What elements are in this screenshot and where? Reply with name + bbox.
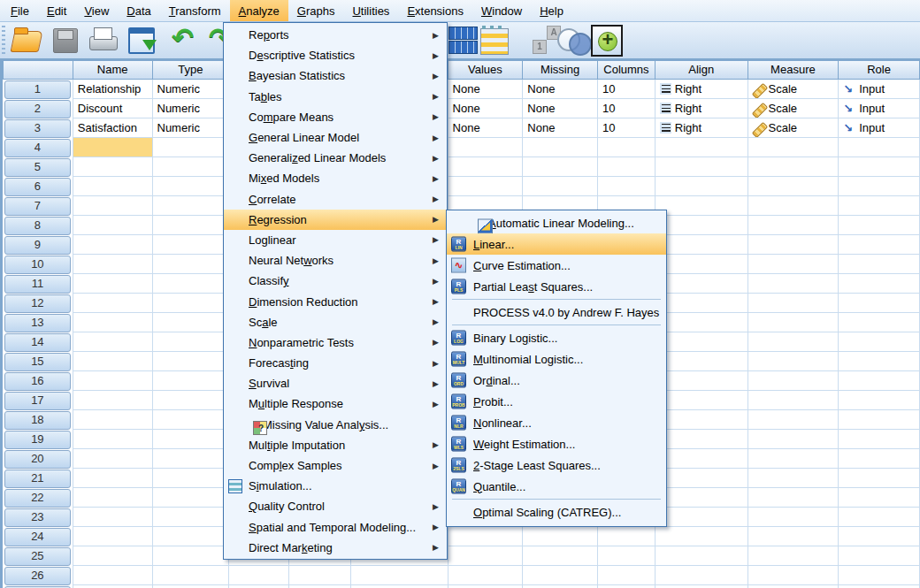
row-header-cell[interactable]: 14 [3, 332, 73, 352]
cell-measure[interactable] [748, 410, 840, 430]
cell-align[interactable] [656, 138, 748, 157]
menu-item-simulation[interactable]: Simulation... [224, 476, 447, 496]
cell-name[interactable] [73, 469, 153, 488]
cell-role[interactable] [839, 235, 920, 255]
menubar-item-view[interactable]: View [75, 0, 118, 21]
row-header-cell[interactable]: 8 [3, 216, 73, 235]
cell-columns[interactable] [598, 138, 656, 157]
row-header-cell[interactable]: 19 [3, 430, 73, 449]
row-header-cell[interactable]: 18 [3, 410, 73, 430]
use-sets-icon[interactable] [557, 26, 589, 56]
cell-columns[interactable] [598, 157, 656, 177]
cell-type[interactable] [153, 177, 230, 196]
cell-role[interactable] [839, 313, 920, 332]
cell-align[interactable] [656, 216, 748, 235]
cell-align[interactable] [656, 410, 748, 430]
menu-item-forecasting[interactable]: Forecasting [224, 353, 447, 373]
menu-item-neural-networks[interactable]: Neural Networks [224, 250, 447, 271]
cell-align[interactable]: Right [656, 118, 748, 138]
cell-measure[interactable] [748, 391, 840, 410]
cell-type[interactable] [153, 138, 230, 157]
cell-name[interactable]: Satisfaction [73, 118, 153, 138]
cell-role[interactable] [839, 508, 920, 527]
cell-values[interactable] [448, 157, 524, 177]
cell-measure[interactable] [748, 255, 840, 274]
cell-measure[interactable] [748, 294, 840, 313]
cell-type[interactable] [153, 313, 230, 332]
menu-item-reports[interactable]: Reports [224, 25, 447, 45]
cell-align[interactable]: Right [656, 99, 748, 118]
cell-type[interactable] [153, 449, 230, 469]
cell-name[interactable] [73, 313, 153, 332]
menubar-item-edit[interactable]: Edit [38, 0, 75, 21]
cell-align[interactable] [656, 469, 748, 488]
cell-name[interactable] [73, 508, 153, 527]
cell-role[interactable] [839, 449, 920, 469]
cell-role[interactable] [839, 410, 920, 430]
cell-type[interactable] [153, 508, 230, 527]
menu-item-classify[interactable]: Classify [224, 271, 447, 291]
row-header-cell[interactable]: 24 [3, 527, 73, 546]
cell-measure[interactable] [748, 566, 840, 585]
cell-values[interactable]: None [448, 99, 524, 118]
cell-measure[interactable] [748, 371, 840, 391]
row-header-cell[interactable]: 9 [3, 235, 73, 255]
cell-columns[interactable] [598, 566, 656, 585]
row-header-cell[interactable]: 5 [3, 157, 73, 177]
cell-measure[interactable] [748, 274, 840, 294]
menu-item-optimal-scaling-catreg[interactable]: Optimal Scaling (CATREG)... [447, 501, 666, 523]
menubar-item-file[interactable]: File [2, 0, 38, 21]
cell-missing[interactable] [523, 566, 598, 585]
cell-type[interactable]: Numeric [153, 118, 230, 138]
row-header-cell[interactable]: 23 [3, 508, 73, 527]
menu-item-correlate[interactable]: Correlate [224, 189, 447, 210]
cell-type[interactable] [153, 546, 230, 566]
cell-align[interactable] [656, 488, 748, 508]
cell-type[interactable]: Numeric [153, 99, 230, 118]
toolbar-drag-handle[interactable] [2, 26, 5, 56]
menu-item-general-linear-model[interactable]: General Linear Model [224, 127, 447, 148]
cell-columns[interactable] [598, 527, 656, 546]
cell-type[interactable] [153, 469, 230, 488]
cell-measure[interactable] [748, 488, 840, 508]
row-header-cell[interactable]: 25 [3, 546, 73, 566]
cell-role[interactable] [839, 527, 920, 546]
cell-role[interactable] [839, 391, 920, 410]
cell-values[interactable] [448, 566, 524, 585]
cell-align[interactable] [656, 196, 748, 216]
cell-name[interactable] [73, 566, 153, 585]
cell-missing[interactable] [523, 157, 598, 177]
cell-name[interactable]: Relationship [73, 80, 153, 99]
row-header-cell[interactable]: 11 [3, 274, 73, 294]
row-header-cell[interactable]: 16 [3, 371, 73, 391]
goto-case-icon[interactable] [448, 26, 479, 56]
menu-item-missing-value-analysis[interactable]: Missing Value Analysis... [224, 415, 447, 435]
cell-measure[interactable] [748, 313, 840, 332]
cell-role[interactable] [839, 138, 920, 157]
cell-align[interactable] [656, 352, 748, 371]
menu-item-partial-least-squares[interactable]: RPLSPartial Least Squares... [447, 276, 666, 297]
cell-align[interactable] [656, 508, 748, 527]
cell-type[interactable] [153, 371, 230, 391]
row-header-cell[interactable]: 3 [3, 118, 73, 138]
row-header-cell[interactable]: 12 [3, 294, 73, 313]
menu-item-multinomial-logistic[interactable]: RMULTMultinomial Logistic... [447, 348, 666, 370]
row-header-cell[interactable]: 6 [3, 177, 73, 196]
cell-values[interactable] [448, 138, 524, 157]
cell-name[interactable] [73, 430, 153, 449]
cell-align[interactable] [656, 566, 748, 585]
cell-role[interactable] [839, 216, 920, 235]
cell-name[interactable] [73, 216, 153, 235]
menu-item-tables[interactable]: Tables [224, 87, 447, 107]
cell-name[interactable] [73, 235, 153, 255]
cell-values[interactable] [448, 177, 524, 196]
cell-name[interactable] [73, 488, 153, 508]
cell-align[interactable] [656, 332, 748, 352]
row-header-cell[interactable]: 26 [3, 566, 73, 585]
cell-type[interactable] [153, 352, 230, 371]
menubar-item-graphs[interactable]: Graphs [288, 0, 344, 21]
cell-align[interactable] [656, 274, 748, 294]
cell-align[interactable] [656, 449, 748, 469]
cell-role[interactable] [839, 255, 920, 274]
cell-name[interactable] [73, 352, 153, 371]
